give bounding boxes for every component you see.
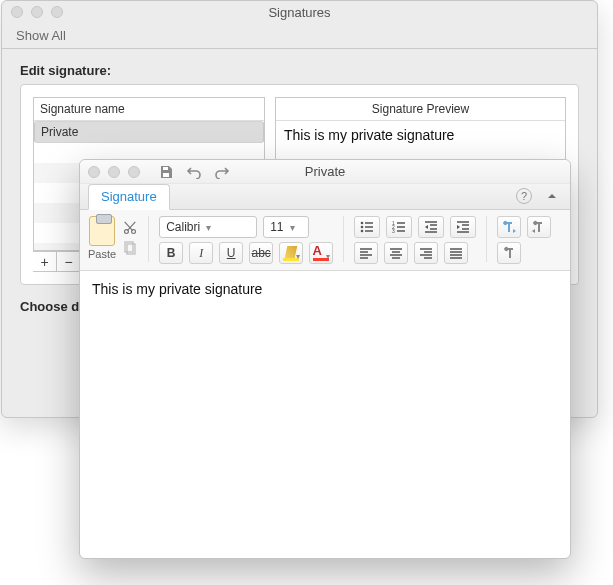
increase-indent-button[interactable]	[450, 216, 476, 238]
paste-label: Paste	[88, 248, 116, 260]
editor-title: Private	[80, 164, 570, 179]
ribbon: Paste Calibri ▾ 11 ▾	[80, 210, 570, 271]
collapse-ribbon-icon[interactable]	[544, 188, 560, 204]
add-signature-button[interactable]: +	[33, 252, 57, 272]
separator	[486, 216, 487, 262]
tabs-right: ?	[516, 188, 560, 204]
separator	[343, 216, 344, 262]
bold-button[interactable]: B	[159, 242, 183, 264]
cut-icon[interactable]	[122, 220, 138, 236]
decrease-indent-button[interactable]	[418, 216, 444, 238]
align-right-button[interactable]	[414, 242, 438, 264]
signature-list-header: Signature name	[34, 98, 264, 121]
preview-header: Signature Preview	[276, 98, 565, 121]
font-size-select[interactable]: 11 ▾	[263, 216, 309, 238]
italic-button[interactable]: I	[189, 242, 213, 264]
numbered-list-button[interactable]: 123	[386, 216, 412, 238]
align-justify-button[interactable]	[444, 242, 468, 264]
preview-text: This is my private signature	[276, 121, 565, 149]
paste-button[interactable]	[89, 216, 115, 246]
chevron-down-icon: ▾	[206, 222, 211, 233]
underline-button[interactable]: U	[219, 242, 243, 264]
list-item[interactable]: Private	[34, 121, 264, 143]
font-family-value: Calibri	[166, 220, 200, 234]
font-family-select[interactable]: Calibri ▾	[159, 216, 257, 238]
window-title: Signatures	[2, 5, 597, 20]
separator	[148, 216, 149, 262]
copy-icon[interactable]	[122, 240, 138, 256]
paragraph-group: 123	[354, 216, 476, 264]
editor-tabs: Signature ?	[80, 184, 570, 210]
tab-signature[interactable]: Signature	[88, 184, 170, 210]
show-paragraph-marks-button[interactable]	[497, 242, 521, 264]
toolbar: Show All	[2, 23, 597, 49]
chevron-down-icon: ▾	[290, 222, 295, 233]
svg-text:3: 3	[392, 228, 395, 234]
clipboard-group: Paste	[88, 216, 138, 260]
rtl-direction-button[interactable]	[527, 216, 551, 238]
signature-editor-window: Private Signature ? Paste	[79, 159, 571, 559]
remove-signature-button[interactable]: −	[57, 252, 81, 272]
highlight-button[interactable]: ▾	[279, 242, 303, 264]
titlebar: Signatures	[2, 1, 597, 23]
font-size-value: 11	[270, 220, 283, 234]
ltr-direction-button[interactable]	[497, 216, 521, 238]
font-color-button[interactable]: A▾	[309, 242, 333, 264]
svg-point-6	[361, 222, 364, 225]
show-all-button[interactable]: Show All	[10, 26, 72, 45]
editor-titlebar: Private	[80, 160, 570, 184]
svg-point-8	[361, 230, 364, 233]
help-icon[interactable]: ?	[516, 188, 532, 204]
strikethrough-button[interactable]: abc	[249, 242, 273, 264]
svg-point-7	[361, 226, 364, 229]
edit-signature-label: Edit signature:	[2, 49, 597, 84]
direction-group	[497, 216, 551, 264]
font-group: Calibri ▾ 11 ▾ B I U abc ▾ A▾	[159, 216, 333, 264]
align-center-button[interactable]	[384, 242, 408, 264]
editor-textarea[interactable]: This is my private signature	[80, 271, 570, 307]
bullet-list-button[interactable]	[354, 216, 380, 238]
align-left-button[interactable]	[354, 242, 378, 264]
